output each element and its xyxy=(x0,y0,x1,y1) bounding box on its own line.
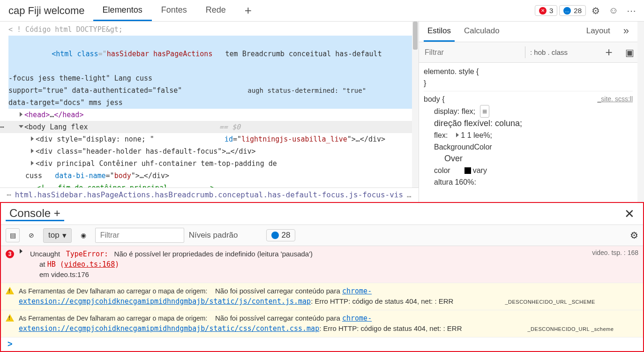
styles-toolbar: : hob . class + ▣ xyxy=(419,42,637,63)
flex-badge-icon[interactable]: ▦ xyxy=(480,105,489,118)
expand-icon[interactable] xyxy=(31,149,34,153)
styles-tabs: Estilos Calculado Layout » xyxy=(419,22,637,42)
new-style-rule-icon[interactable]: + xyxy=(601,45,617,60)
close-icon[interactable]: ✕ xyxy=(621,207,638,221)
top-bar: cap Fiji welcome Elementos Fontes Rede +… xyxy=(0,0,644,22)
dom-div-main[interactable]: <div principal Contêiner uhf-container t… xyxy=(8,157,419,170)
expand-icon[interactable] xyxy=(20,249,22,254)
tab-sources[interactable]: Fontes xyxy=(152,0,196,21)
ellipsis-icon[interactable]: ⋯ xyxy=(0,121,4,133)
expand-icon[interactable] xyxy=(20,112,22,117)
console-header: Console + ✕ xyxy=(1,203,643,225)
feedback-icon[interactable]: ☺ xyxy=(606,3,622,19)
add-tab-button[interactable]: + xyxy=(235,0,261,21)
error-count-icon: 3 xyxy=(6,250,14,258)
dom-div-header[interactable]: <div class="header-holder has-default-fo… xyxy=(8,145,419,157)
console-message: As Ferramentas de Dev falharam ao carreg… xyxy=(19,286,638,307)
dom-tree-pane: < ! Código html DOCTYPE&gt; <html class=… xyxy=(0,22,419,202)
rule-body[interactable]: body {_site. scss:ll display: flex;▦ dir… xyxy=(424,91,633,188)
console-message: As Ferramentas de Dev falharam ao carreg… xyxy=(19,313,638,334)
breadcrumb-path[interactable]: html.hasSidebar.hasPageActions.hasBreadc… xyxy=(15,190,403,199)
toggle-sidebar-icon[interactable]: ▤ xyxy=(6,228,20,242)
styles-pane: Estilos Calculado Layout » : hob . class… xyxy=(419,22,644,202)
scrollbar-vertical[interactable] xyxy=(412,22,419,187)
dom-div-lightning[interactable]: <div style="display: none; "id="lightnin… xyxy=(8,133,419,145)
tab-computed[interactable]: Calculado xyxy=(460,22,503,42)
message-icon xyxy=(271,232,279,239)
console-settings-icon[interactable]: ⚙ xyxy=(630,230,638,241)
rule-element-style[interactable]: elemento. style { } xyxy=(424,66,633,89)
clear-console-icon[interactable]: ⊘ xyxy=(24,228,38,242)
context-selector[interactable]: top▾ xyxy=(43,228,72,243)
more-icon[interactable]: ⋯ xyxy=(623,3,639,19)
styles-rules[interactable]: elemento. style { } body {_site. scss:ll… xyxy=(419,63,637,202)
console-warning-row[interactable]: As Ferramentas de Dev falharam ao carreg… xyxy=(1,283,643,310)
console-filter-input[interactable] xyxy=(95,228,184,243)
dom-div-main-cont[interactable]: cuss data-bi-name="body">…</div> xyxy=(8,170,419,182)
tab-layout[interactable]: Layout xyxy=(583,22,614,42)
log-levels-selector[interactable]: Níveis padrão xyxy=(189,231,238,240)
tab-elements[interactable]: Elementos xyxy=(93,0,152,21)
collapse-icon[interactable] xyxy=(19,125,23,128)
live-expression-icon[interactable]: ◉ xyxy=(76,228,90,242)
expand-icon[interactable] xyxy=(31,136,34,141)
console-message: Uncaught TypeError: Não é possível ler p… xyxy=(30,249,578,280)
page-title: cap Fiji welcome xyxy=(0,5,93,17)
hov-cls-toggle[interactable]: : hob . class xyxy=(530,48,568,56)
issues-badge[interactable]: 28 xyxy=(266,229,296,241)
source-link[interactable]: video.ts:168 xyxy=(64,260,115,269)
console-tab[interactable]: Console + xyxy=(6,207,64,221)
console-drawer: Console + ✕ ▤ ⊘ top▾ ◉ Níveis padrão 28 … xyxy=(0,202,644,352)
expand-icon[interactable] xyxy=(31,161,34,165)
dom-html-open[interactable]: <html class="hasSidebar hasPageActions t… xyxy=(8,36,419,72)
elements-panel: < ! Código html DOCTYPE&gt; <html class=… xyxy=(0,22,644,202)
dom-body[interactable]: ⋯ <body Lang flex == $0 xyxy=(0,121,419,133)
warning-icon xyxy=(6,287,14,294)
settings-icon[interactable]: ⚙ xyxy=(588,3,604,19)
color-swatch[interactable] xyxy=(464,167,471,174)
styles-filter-input[interactable] xyxy=(423,46,520,59)
computed-panel-toggle-icon[interactable]: ▣ xyxy=(622,45,637,60)
selected-node-indicator: == $0 xyxy=(219,121,419,133)
toolbar-right: 3 28 ⚙ ☺ ⋯ xyxy=(535,3,644,19)
messages-badge[interactable]: 28 xyxy=(559,5,586,16)
breadcrumb-more-right: … xyxy=(407,190,412,199)
dom-tree[interactable]: < ! Código html DOCTYPE&gt; <html class=… xyxy=(0,22,419,187)
console-error-row[interactable]: 3 Uncaught TypeError: Não é possível ler… xyxy=(1,246,643,283)
dom-doctype[interactable]: < ! Código html DOCTYPE&gt; xyxy=(8,23,419,36)
rule-source-link[interactable]: _site. scss:ll xyxy=(598,93,633,105)
dom-html-cont2[interactable]: support="true" data-authenticated="false… xyxy=(8,84,419,97)
breadcrumb-more-left[interactable]: ⋯ xyxy=(7,190,11,199)
errors-badge[interactable]: 3 xyxy=(535,5,557,16)
dom-html-cont1[interactable]: -focus jess theme-light" Lang cuss xyxy=(8,72,419,84)
expand-icon[interactable] xyxy=(456,133,459,137)
dom-comment[interactable]: <!-- fim do contêiner principal --> xyxy=(8,182,419,187)
console-warning-row[interactable]: As Ferramentas de Dev falharam ao carreg… xyxy=(1,310,643,337)
tab-network[interactable]: Rede xyxy=(196,0,235,21)
more-tabs-icon[interactable]: » xyxy=(620,20,633,43)
main-tabs: Elementos Fontes Rede + xyxy=(93,0,261,21)
tab-styles[interactable]: Estilos xyxy=(424,22,455,42)
console-prompt[interactable]: > xyxy=(1,337,643,351)
console-messages: 3 Uncaught TypeError: Não é possível ler… xyxy=(1,246,643,351)
message-icon xyxy=(563,7,571,15)
chevron-down-icon: ▾ xyxy=(62,231,67,240)
dom-breadcrumb[interactable]: ⋯ html.hasSidebar.hasPageActions.hasBrea… xyxy=(0,187,419,202)
console-toolbar: ▤ ⊘ top▾ ◉ Níveis padrão 28 ⚙ xyxy=(1,225,643,246)
dom-html-cont3[interactable]: data-target="docs" mms jess xyxy=(8,97,419,109)
warning-icon xyxy=(6,314,14,322)
console-source[interactable]: video. tsp. : 168 xyxy=(583,249,638,256)
dom-head[interactable]: <head>…</head> xyxy=(8,109,419,121)
error-icon xyxy=(539,7,547,15)
